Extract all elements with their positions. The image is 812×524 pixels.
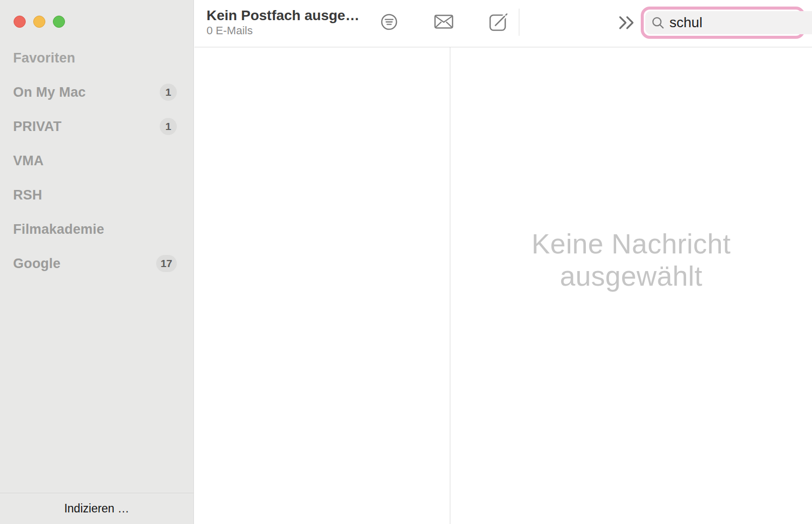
message-list-pane: [194, 47, 450, 524]
sidebar-item-vma[interactable]: VMA: [0, 144, 193, 178]
sidebar-item-filmakademie[interactable]: Filmakademie: [0, 212, 193, 246]
mailbox-title: Kein Postfach ausge…: [207, 8, 359, 24]
sidebar-section-label: Favoriten: [13, 50, 75, 66]
mail-icon: [434, 15, 453, 29]
sidebar-section-favoriten: Favoriten: [0, 41, 193, 75]
unread-count-badge: 1: [160, 118, 177, 135]
mailbox-label: Google: [13, 256, 156, 272]
sidebar-item-privat[interactable]: PRIVAT 1: [0, 109, 193, 144]
search-field[interactable]: [645, 11, 812, 34]
close-window-button[interactable]: [14, 16, 26, 28]
mail-app-window: Favoriten On My Mac 1 PRIVAT 1 VMA RSH F…: [0, 0, 812, 524]
compose-icon: [489, 12, 509, 32]
email-count: 0 E-Mails: [207, 24, 359, 37]
search-input[interactable]: [669, 15, 812, 31]
sidebar-footer: Indizieren …: [0, 493, 193, 524]
no-message-selected-text: Keine Nachricht ausgewählt: [450, 228, 812, 292]
indexing-status-text: Indizieren …: [64, 502, 129, 515]
sidebar-item-google[interactable]: Google 17: [0, 246, 193, 281]
empty-state-line-2: ausgewählt: [450, 260, 812, 292]
mailbox-list: Favoriten On My Mac 1 PRIVAT 1 VMA RSH F…: [0, 41, 193, 281]
mailbox-label: On My Mac: [13, 85, 160, 100]
reading-pane: Keine Nachricht ausgewählt: [450, 47, 812, 524]
mailbox-title-block: Kein Postfach ausge… 0 E-Mails: [207, 8, 359, 37]
filter-button[interactable]: [379, 12, 399, 32]
mailbox-label: PRIVAT: [13, 119, 160, 135]
unread-count-badge: 1: [160, 84, 177, 101]
compose-button[interactable]: [489, 12, 509, 32]
toolbar-divider: [519, 9, 519, 36]
filter-icon: [380, 13, 398, 31]
get-mail-button[interactable]: [434, 12, 454, 32]
search-box-highlighted: [641, 7, 805, 39]
empty-state-line-1: Keine Nachricht: [450, 228, 812, 260]
mailbox-label: VMA: [13, 153, 177, 169]
zoom-window-button[interactable]: [53, 16, 65, 28]
sidebar-item-on-my-mac[interactable]: On My Mac 1: [0, 75, 193, 109]
sidebar-item-rsh[interactable]: RSH: [0, 178, 193, 212]
sidebar: Favoriten On My Mac 1 PRIVAT 1 VMA RSH F…: [0, 0, 194, 524]
minimize-window-button[interactable]: [33, 16, 45, 28]
double-chevron-right-icon: [618, 16, 635, 30]
unread-count-badge: 17: [156, 255, 177, 272]
overflow-chevrons-button[interactable]: [618, 15, 636, 30]
search-icon: [651, 16, 665, 30]
mailbox-label: Filmakademie: [13, 222, 177, 237]
window-controls: [14, 16, 65, 28]
mailbox-label: RSH: [13, 187, 177, 203]
